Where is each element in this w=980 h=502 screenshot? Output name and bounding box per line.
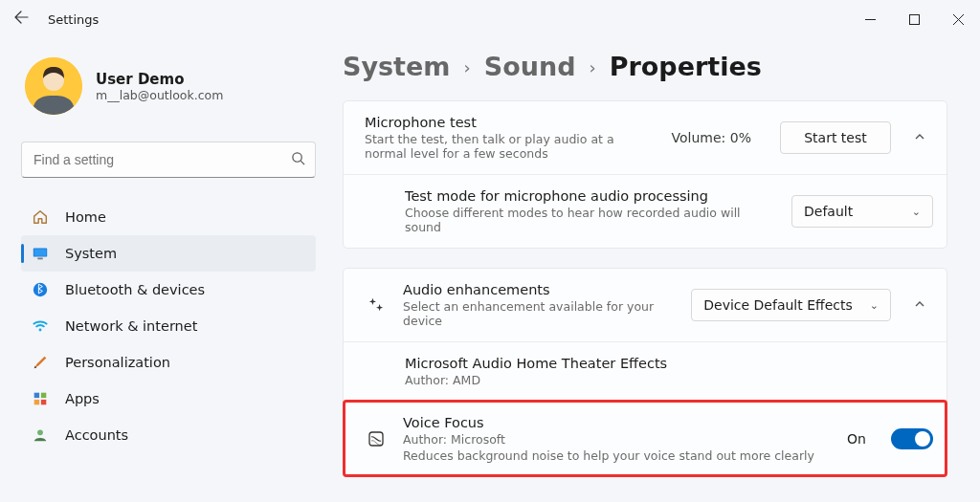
user-card[interactable]: User Demo m__lab@outlook.com xyxy=(25,57,316,115)
start-test-button[interactable]: Start test xyxy=(780,121,891,154)
nav-label: Apps xyxy=(65,391,100,406)
svg-rect-14 xyxy=(41,400,46,404)
chevron-down-icon: ⌄ xyxy=(912,206,921,218)
window-controls xyxy=(848,5,980,33)
svg-point-15 xyxy=(37,429,43,435)
apps-icon xyxy=(31,389,50,408)
voice-focus-toggle[interactable] xyxy=(891,428,933,449)
sidebar-item-home[interactable]: Home xyxy=(21,199,316,235)
svg-rect-7 xyxy=(34,250,47,256)
back-button[interactable] xyxy=(8,10,34,29)
svg-rect-1 xyxy=(909,14,919,24)
enhancements-sub: Select an enhancement available for your… xyxy=(403,299,676,328)
bluetooth-icon xyxy=(31,280,50,299)
ms-audio-sub: Author: AMD xyxy=(405,373,807,387)
test-mode-select[interactable]: Default ⌄ xyxy=(791,195,933,228)
voice-focus-desc: Reduces background noise to help your vo… xyxy=(403,448,832,463)
collapse-icon[interactable] xyxy=(906,131,933,145)
brush-icon xyxy=(31,353,50,372)
ms-audio-title: Microsoft Audio Home Theater Effects xyxy=(405,356,933,371)
titlebar: Settings xyxy=(0,0,980,38)
voice-focus-icon xyxy=(365,429,388,448)
test-mode-title: Test mode for microphone audio processin… xyxy=(405,188,776,204)
chevron-right-icon: › xyxy=(589,57,595,77)
voice-focus-title: Voice Focus xyxy=(403,415,832,430)
enhancements-select[interactable]: Device Default Effects ⌄ xyxy=(691,289,891,321)
row-voice-focus: Voice Focus Author: Microsoft Reduces ba… xyxy=(344,401,947,476)
crumb-sound[interactable]: Sound xyxy=(484,52,576,81)
home-icon xyxy=(31,207,50,227)
nav: Home System Bluetooth & devices Network … xyxy=(21,199,316,453)
app-title: Settings xyxy=(48,12,99,27)
search-input[interactable] xyxy=(32,151,291,168)
row-enhancements: Audio enhancements Select an enhancement… xyxy=(344,269,947,341)
sidebar-item-system[interactable]: System xyxy=(21,235,316,272)
chevron-right-icon: › xyxy=(463,57,470,77)
card-mic-test: Microphone test Start the test, then tal… xyxy=(343,100,947,249)
maximize-button[interactable] xyxy=(892,5,936,33)
svg-point-4 xyxy=(293,152,301,161)
voice-focus-state: On xyxy=(847,431,866,447)
svg-rect-11 xyxy=(34,393,39,398)
volume-label: Volume: 0% xyxy=(672,130,751,145)
nav-label: Bluetooth & devices xyxy=(65,282,205,297)
user-name: User Demo xyxy=(96,71,223,88)
nav-label: Home xyxy=(65,209,106,225)
test-mode-sub: Choose different modes to hear how recor… xyxy=(405,206,776,234)
svg-rect-13 xyxy=(34,400,39,404)
sidebar-item-personalization[interactable]: Personalization xyxy=(21,344,316,381)
wifi-icon xyxy=(31,316,50,336)
breadcrumb: System › Sound › Properties xyxy=(343,52,947,81)
svg-rect-8 xyxy=(37,258,42,260)
voice-focus-author: Author: Microsoft xyxy=(403,432,805,447)
avatar xyxy=(25,57,82,115)
svg-point-10 xyxy=(39,329,42,332)
card-enhancements: Audio enhancements Select an enhancement… xyxy=(343,268,947,477)
row-mic-test: Microphone test Start the test, then tal… xyxy=(344,101,947,174)
sidebar-item-accounts[interactable]: Accounts xyxy=(21,417,316,453)
svg-rect-12 xyxy=(41,393,46,398)
enhancements-title: Audio enhancements xyxy=(403,282,676,297)
system-icon xyxy=(31,244,50,263)
accounts-icon xyxy=(31,426,50,445)
crumb-system[interactable]: System xyxy=(343,52,450,81)
user-email: m__lab@outlook.com xyxy=(96,88,223,102)
row-ms-audio: Microsoft Audio Home Theater Effects Aut… xyxy=(344,341,947,401)
nav-label: Personalization xyxy=(65,355,170,370)
minimize-button[interactable] xyxy=(848,5,892,33)
test-mode-value: Default xyxy=(804,204,853,219)
chevron-down-icon: ⌄ xyxy=(870,299,879,312)
row-test-mode: Test mode for microphone audio processin… xyxy=(344,174,947,248)
crumb-properties: Properties xyxy=(610,52,762,81)
svg-line-5 xyxy=(301,161,304,164)
search-box[interactable] xyxy=(21,142,316,178)
nav-label: Network & internet xyxy=(65,318,197,334)
main: System › Sound › Properties Microphone t… xyxy=(316,38,980,496)
search-icon xyxy=(291,151,305,169)
mic-test-sub: Start the test, then talk or play audio … xyxy=(365,132,657,161)
sidebar: User Demo m__lab@outlook.com Home System… xyxy=(21,38,316,496)
nav-label: System xyxy=(65,246,117,261)
sidebar-item-apps[interactable]: Apps xyxy=(21,381,316,417)
sidebar-item-network[interactable]: Network & internet xyxy=(21,308,316,344)
mic-test-title: Microphone test xyxy=(365,115,657,130)
enhancements-value: Device Default Effects xyxy=(703,297,853,313)
collapse-icon[interactable] xyxy=(906,298,933,313)
close-button[interactable] xyxy=(936,5,980,33)
sparkle-icon xyxy=(365,296,388,314)
nav-label: Accounts xyxy=(65,427,128,443)
sidebar-item-bluetooth[interactable]: Bluetooth & devices xyxy=(21,272,316,308)
